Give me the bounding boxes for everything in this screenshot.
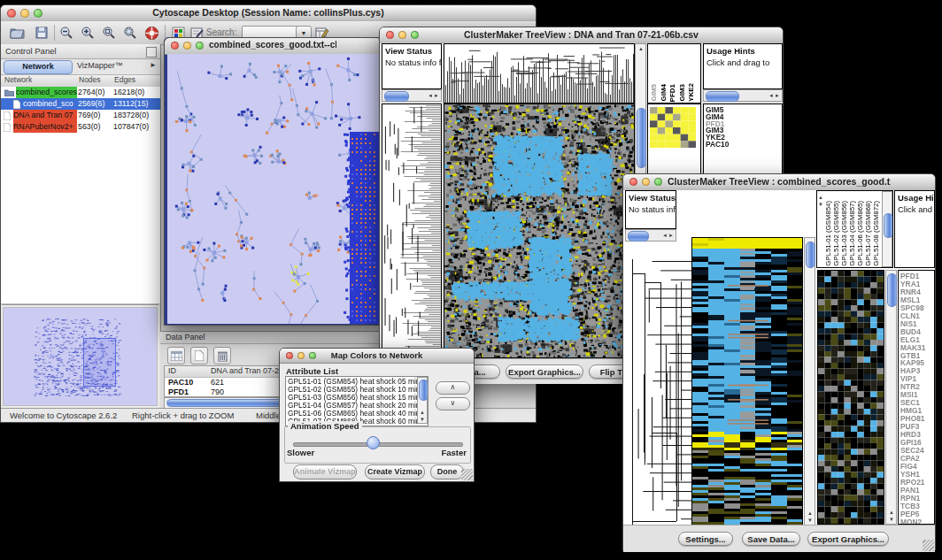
- row-dendrogram-canvas[interactable]: [382, 104, 441, 357]
- zoom-in-icon[interactable]: [79, 24, 97, 42]
- scrollbar-thumb[interactable]: [706, 91, 739, 102]
- column-label[interactable]: GPL51-01 (GSM854): [824, 201, 832, 266]
- tab-overflow-arrow-icon[interactable]: ►: [150, 61, 157, 69]
- table-row[interactable]: RNAPuberNov2+ 563(0) 107847(0): [1, 121, 160, 133]
- create-vizmap-button[interactable]: Create Vizmap: [365, 464, 425, 479]
- scroll-up-icon[interactable]: ▲: [638, 46, 644, 51]
- help-lifering-icon[interactable]: [143, 24, 160, 42]
- attribute-listbox[interactable]: GPL51-01 (GSM854) heat shock 05 minGPL51…: [285, 376, 429, 426]
- settings-button[interactable]: Settings...: [678, 532, 733, 546]
- scroll-up-icon[interactable]: ▲: [420, 410, 425, 415]
- scrollbar-thumb[interactable]: [884, 213, 893, 238]
- tab-network[interactable]: Network: [4, 60, 73, 74]
- zoom-window-icon[interactable]: [411, 31, 419, 39]
- column-label[interactable]: GPL51-04 (GSM857): [848, 201, 856, 266]
- row-dendrogram-panel[interactable]: [382, 104, 442, 358]
- close-icon[interactable]: [7, 9, 16, 18]
- table-row-selected[interactable]: combined_sco 2569(6) 13112(15): [1, 98, 160, 110]
- view-status-hscrollbar[interactable]: ◄ ►: [625, 229, 676, 242]
- column-label[interactable]: PAC10: [697, 80, 699, 102]
- usage-hints-hscrollbar[interactable]: ◄ ►: [703, 89, 783, 102]
- main-titlebar[interactable]: Cytoscape Desktop (Session Name: collins…: [1, 5, 536, 22]
- tab-vizmapper[interactable]: VizMapper™: [77, 61, 123, 70]
- scroll-left-icon[interactable]: ◄: [662, 233, 668, 238]
- close-icon[interactable]: [171, 42, 179, 50]
- zoom-window-icon[interactable]: [309, 352, 316, 359]
- network-canvas[interactable]: [167, 54, 380, 324]
- column-label[interactable]: GIM5: [650, 84, 659, 102]
- minimize-icon[interactable]: [398, 31, 406, 39]
- minimize-icon[interactable]: [642, 178, 650, 186]
- column-label[interactable]: GPL51-06 (GSM865): [856, 201, 864, 266]
- scroll-right-icon[interactable]: ►: [775, 93, 780, 98]
- export-graphics-button[interactable]: Export Graphics...: [506, 364, 583, 379]
- zoom-fit-icon[interactable]: [121, 24, 139, 42]
- scroll-left-icon[interactable]: ◄: [428, 93, 433, 98]
- summary-matrix-canvas[interactable]: [650, 107, 696, 148]
- column-label[interactable]: GPL51-07 (GSM868): [864, 201, 872, 266]
- scrollbar-thumb[interactable]: [887, 273, 897, 307]
- resize-grip[interactable]: [461, 469, 473, 480]
- scroll-up-icon[interactable]: ▲: [807, 510, 813, 516]
- table-row[interactable]: combined_scores 2764(0) 16218(0): [1, 87, 160, 98]
- column-header-id[interactable]: ID: [168, 366, 207, 375]
- column-label[interactable]: GIM3: [678, 84, 687, 102]
- speed-slider-thumb[interactable]: [367, 436, 380, 449]
- delete-attribute-icon[interactable]: [213, 347, 231, 364]
- treeview1-titlebar[interactable]: ClusterMaker TreeView : DNA and Tran 07-…: [380, 27, 783, 44]
- zoom-window-icon[interactable]: [34, 9, 42, 18]
- column-header-edges[interactable]: Edges: [114, 75, 158, 84]
- column-label[interactable]: GIM4: [660, 84, 668, 102]
- zoom-window-icon[interactable]: [654, 178, 662, 186]
- birdseye-view[interactable]: [2, 304, 158, 408]
- list-vscrollbar[interactable]: ▲ ▼: [417, 377, 428, 424]
- scroll-right-icon[interactable]: ►: [434, 93, 439, 98]
- zoom-window-icon[interactable]: [196, 42, 204, 50]
- scroll-left-icon[interactable]: ◄: [768, 93, 774, 98]
- detail-heatmap-canvas[interactable]: [818, 271, 884, 524]
- select-attributes-icon[interactable]: [167, 347, 185, 364]
- heatmap-panel[interactable]: [444, 104, 635, 358]
- export-graphics-button[interactable]: Export Graphics...: [807, 532, 889, 546]
- move-up-button[interactable]: ∧: [436, 381, 470, 395]
- scrollbar-thumb[interactable]: [806, 242, 815, 268]
- column-header-nodes[interactable]: Nodes: [79, 75, 112, 84]
- resize-grip[interactable]: [923, 540, 934, 551]
- close-icon[interactable]: [629, 178, 637, 186]
- detail-heatmap-panel[interactable]: [817, 270, 884, 525]
- heatmap-panel[interactable]: [691, 237, 803, 525]
- column-label[interactable]: GPL51-02 (GSM855): [832, 201, 840, 266]
- row-dendrogram-canvas[interactable]: [625, 256, 692, 541]
- scrollbar-thumb[interactable]: [637, 108, 646, 168]
- heatmap-canvas[interactable]: [444, 104, 634, 357]
- birdseye-canvas[interactable]: [3, 307, 158, 406]
- minimize-icon[interactable]: [297, 352, 305, 359]
- zoom-out-icon[interactable]: [58, 24, 75, 42]
- scroll-down-icon[interactable]: ▼: [807, 518, 813, 523]
- heatmap-vscrollbar[interactable]: ▲ ▼: [804, 237, 815, 525]
- minimize-icon[interactable]: [20, 9, 29, 18]
- labels-vscrollbar[interactable]: [882, 191, 892, 267]
- column-dendrogram-canvas[interactable]: [444, 44, 634, 103]
- close-icon[interactable]: [286, 352, 293, 359]
- dialog-titlebar[interactable]: Map Colors to Network: [280, 349, 474, 364]
- new-attribute-icon[interactable]: [190, 347, 208, 364]
- view-status-hscrollbar[interactable]: ◄ ►: [382, 89, 442, 102]
- scroll-down-icon[interactable]: ▼: [818, 202, 823, 207]
- scrollbar-thumb[interactable]: [628, 231, 649, 242]
- column-header-network[interactable]: Network: [4, 75, 75, 84]
- column-label[interactable]: YKE2: [687, 83, 696, 102]
- minimize-icon[interactable]: [183, 42, 191, 50]
- close-icon[interactable]: [386, 31, 394, 39]
- heatmap-canvas[interactable]: [692, 238, 802, 525]
- scrollbar-thumb[interactable]: [384, 91, 409, 102]
- network-view-titlebar[interactable]: combined_scores_good.txt--cluste...: [165, 38, 381, 55]
- scroll-down-icon[interactable]: ▼: [420, 417, 425, 422]
- scroll-up-icon[interactable]: ▲: [818, 195, 823, 200]
- move-down-button[interactable]: ∨: [436, 397, 470, 410]
- column-label[interactable]: GPL51-03 (GSM856): [840, 201, 848, 266]
- scroll-down-icon[interactable]: ▼: [889, 517, 894, 522]
- column-label[interactable]: GPL51-08 (GSM872): [872, 201, 880, 266]
- row-label[interactable]: PAC10: [704, 142, 782, 149]
- table-row[interactable]: DNA and Tran 07 769(0) 183728(0): [1, 110, 160, 121]
